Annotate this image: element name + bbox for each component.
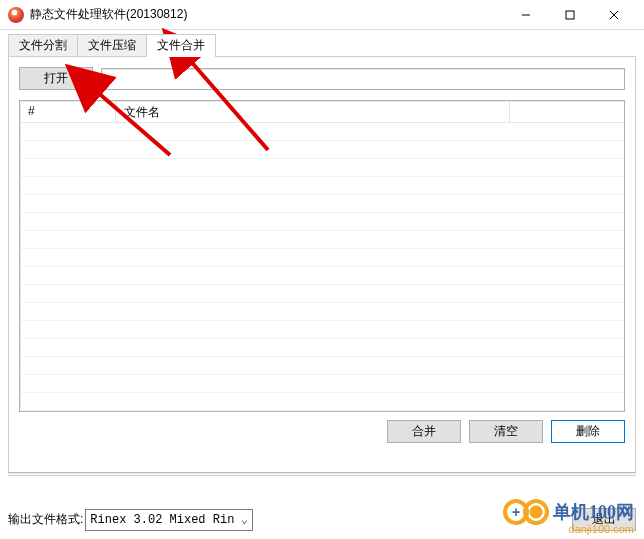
tab-file-split[interactable]: 文件分割 [8, 34, 78, 56]
table-body [20, 123, 624, 411]
output-format-label: 输出文件格式: [8, 511, 83, 528]
window-title: 静态文件处理软件(20130812) [30, 6, 504, 23]
tabstrip: 文件分割 文件压缩 文件合并 [8, 34, 636, 56]
app-icon [8, 7, 24, 23]
tab-file-merge[interactable]: 文件合并 [146, 34, 216, 56]
output-format-value: Rinex 3.02 Mixed Rin [86, 513, 236, 527]
file-table[interactable]: # 文件名 [19, 100, 625, 412]
clear-button[interactable]: 清空 [469, 420, 543, 443]
table-header: # 文件名 [20, 101, 624, 123]
chevron-down-icon: ⌄ [236, 512, 252, 527]
divider [8, 472, 636, 475]
merge-panel: 打开 # 文件名 [8, 56, 636, 476]
minimize-button[interactable] [504, 1, 548, 29]
exit-button[interactable]: 退出 [572, 508, 636, 531]
svg-rect-1 [566, 11, 574, 19]
col-spacer [510, 101, 624, 123]
output-format-select[interactable]: Rinex 3.02 Mixed Rin ⌄ [85, 509, 253, 531]
col-filename[interactable]: 文件名 [116, 101, 510, 123]
maximize-button[interactable] [548, 1, 592, 29]
open-button[interactable]: 打开 [19, 67, 93, 90]
titlebar: 静态文件处理软件(20130812) [0, 0, 644, 30]
close-button[interactable] [592, 1, 636, 29]
col-index[interactable]: # [20, 101, 116, 123]
tab-file-compress[interactable]: 文件压缩 [77, 34, 147, 56]
merge-button[interactable]: 合并 [387, 420, 461, 443]
path-input[interactable] [101, 68, 625, 90]
delete-button[interactable]: 删除 [551, 420, 625, 443]
